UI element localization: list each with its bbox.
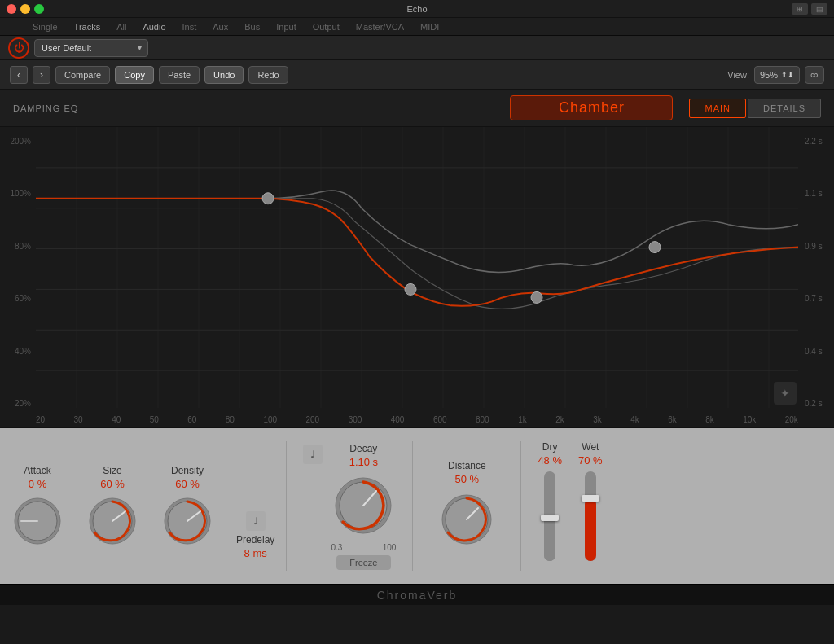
nav-tab-audio[interactable]: Audio xyxy=(143,22,165,32)
predelay-icon[interactable]: ♩ xyxy=(246,511,266,531)
redo-button[interactable]: Redo xyxy=(248,66,288,84)
power-button[interactable]: ⏻ xyxy=(8,37,29,59)
decay-icon[interactable]: ♩ xyxy=(303,445,323,464)
preset-name-display[interactable]: Chamber xyxy=(510,95,673,120)
decay-section: ♩ Decay 1.10 s 0.3 100 Freeze xyxy=(287,428,412,584)
panel-icon[interactable]: ▤ xyxy=(811,3,827,15)
size-knob[interactable] xyxy=(86,495,138,547)
eq-y-labels: 200% 100% 80% 60% 40% 20% xyxy=(0,127,36,427)
main-details-tabs: MAIN DETAILS xyxy=(689,99,821,118)
forward-button[interactable]: › xyxy=(33,66,50,84)
svg-point-25 xyxy=(405,283,416,295)
decay-range: 0.3 100 xyxy=(331,543,396,552)
nav-tab-input[interactable]: Input xyxy=(276,22,296,32)
decay-label: Decay xyxy=(349,443,377,454)
nav-tab-all[interactable]: All xyxy=(116,22,126,32)
nav-tab-tracks[interactable]: Tracks xyxy=(74,22,101,32)
compare-button[interactable]: Compare xyxy=(55,66,110,84)
brand-name: ChromaVerb xyxy=(377,589,458,602)
minimize-button[interactable] xyxy=(20,4,30,14)
link-button[interactable]: ∞ xyxy=(805,66,824,84)
decay-knob[interactable] xyxy=(331,473,396,541)
toolbar: ‹ › Compare Copy Paste Undo Redo View: 9… xyxy=(0,60,834,90)
maximize-button[interactable] xyxy=(34,4,44,14)
window-title: Echo xyxy=(406,4,427,14)
dry-slider[interactable] xyxy=(544,471,555,561)
density-knob[interactable] xyxy=(161,495,213,547)
plugin-header: DAMPING EQ Chamber MAIN DETAILS xyxy=(0,90,834,127)
svg-point-27 xyxy=(649,242,661,253)
nav-tab-single[interactable]: Single xyxy=(33,22,58,32)
nav-tab-output[interactable]: Output xyxy=(313,22,340,32)
view-label: View: xyxy=(727,70,749,80)
paste-button[interactable]: Paste xyxy=(159,66,200,84)
grid-icon[interactable]: ⊞ xyxy=(792,3,808,15)
visualizer-icon[interactable]: ✦ xyxy=(774,382,797,405)
freeze-button[interactable]: Freeze xyxy=(336,555,390,570)
eq-graph[interactable]: 200% 100% 80% 60% 40% 20% 2.2 s 1.1 s 0.… xyxy=(0,127,834,428)
svg-point-26 xyxy=(531,291,542,303)
distance-label: Distance xyxy=(448,460,486,471)
predelay-value: 8 ms xyxy=(244,547,267,559)
nav-tab-mastervca[interactable]: Master/VCA xyxy=(356,22,404,32)
wet-slider-group: Wet 70 % xyxy=(578,441,603,561)
attack-knob[interactable] xyxy=(11,495,64,547)
density-label: Density xyxy=(171,465,204,476)
controls-panel: Attack 0 % Size 60 % Density 60 % xyxy=(0,428,834,584)
nav-tab-inst[interactable]: Inst xyxy=(182,22,197,32)
distance-knob[interactable] xyxy=(437,490,496,552)
distance-value: 50 % xyxy=(455,473,480,485)
attack-value: 0 % xyxy=(29,478,46,490)
wet-fill xyxy=(585,498,596,561)
nav-tab-aux[interactable]: Aux xyxy=(213,22,228,32)
predelay-label: Predelay xyxy=(236,534,274,545)
dry-value: 48 % xyxy=(538,454,562,467)
back-button[interactable]: ‹ xyxy=(10,66,28,84)
dry-label: Dry xyxy=(542,441,558,453)
svg-point-24 xyxy=(262,193,274,204)
eq-x-labels: 20 30 40 50 60 80 100 200 300 400 600 80… xyxy=(36,415,798,424)
brand-bar: ChromaVerb xyxy=(0,584,834,605)
copy-button[interactable]: Copy xyxy=(115,66,154,84)
density-value: 60 % xyxy=(175,478,200,490)
preset-select[interactable]: User Default xyxy=(34,39,148,57)
sliders-section: Dry 48 % Wet 70 % xyxy=(521,428,618,584)
close-button[interactable] xyxy=(7,4,16,14)
nav-tab-bus[interactable]: Bus xyxy=(244,22,260,32)
wet-value: 70 % xyxy=(578,454,603,467)
wet-label: Wet xyxy=(582,441,599,453)
size-value: 60 % xyxy=(100,478,125,490)
tab-details[interactable]: DETAILS xyxy=(748,99,821,118)
attack-label: Attack xyxy=(24,465,50,476)
tab-main[interactable]: MAIN xyxy=(689,99,746,118)
distance-section: Distance 50 % xyxy=(413,428,520,584)
wet-slider[interactable] xyxy=(585,471,596,561)
undo-button[interactable]: Undo xyxy=(204,66,244,84)
wet-thumb[interactable] xyxy=(582,495,599,502)
size-label: Size xyxy=(103,465,121,476)
decay-value: 1.10 s xyxy=(349,456,378,468)
dry-slider-group: Dry 48 % xyxy=(538,441,562,561)
view-percent[interactable]: 95% ⬆⬇ xyxy=(754,66,800,84)
eq-y-labels-right: 2.2 s 1.1 s 0.9 s 0.7 s 0.4 s 0.2 s xyxy=(801,127,834,427)
nav-tab-midi[interactable]: MIDI xyxy=(420,22,439,32)
dry-thumb[interactable] xyxy=(541,515,559,521)
damping-eq-label: DAMPING EQ xyxy=(13,103,510,113)
